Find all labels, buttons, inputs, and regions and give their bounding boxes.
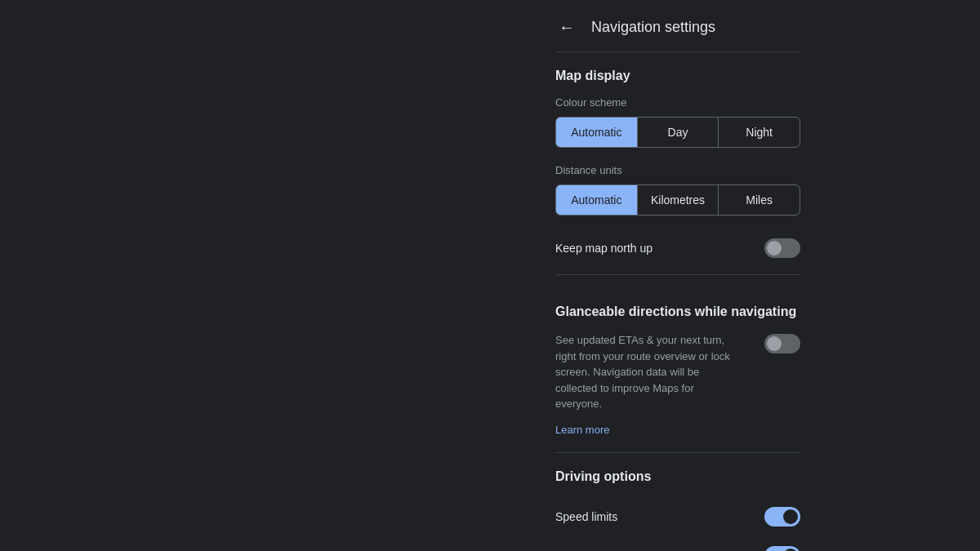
speedometer-toggle[interactable] — [764, 546, 800, 552]
back-button[interactable]: ← — [555, 15, 578, 40]
glanceable-toggle[interactable] — [764, 334, 800, 353]
keep-north-thumb — [767, 241, 782, 256]
keep-north-label: Keep map north up — [555, 242, 653, 255]
glanceable-title: Glanceable directions while navigating — [555, 304, 800, 319]
colour-scheme-night[interactable]: Night — [719, 118, 800, 147]
section-divider-1 — [555, 274, 800, 275]
colour-scheme-control: Automatic Day Night — [555, 117, 800, 148]
distance-miles[interactable]: Miles — [719, 185, 800, 215]
glanceable-row: See updated ETAs & your next turn, right… — [555, 332, 800, 412]
colour-scheme-label: Colour scheme — [555, 96, 800, 109]
map-display-title: Map display — [555, 69, 800, 83]
driving-options-title: Driving options — [555, 469, 800, 484]
distance-units-label: Distance units — [555, 164, 800, 176]
distance-kilometres[interactable]: Kilometres — [638, 185, 719, 215]
colour-scheme-automatic[interactable]: Automatic — [556, 118, 638, 147]
map-display-section: Map display Colour scheme Automatic Day … — [555, 52, 800, 271]
speed-limits-label: Speed limits — [555, 510, 617, 523]
section-divider-2 — [555, 452, 800, 453]
back-arrow-icon: ← — [559, 18, 575, 37]
page-title: Navigation settings — [591, 19, 715, 36]
glanceable-thumb — [767, 336, 782, 351]
glanceable-section: Glanceable directions while navigating S… — [555, 288, 800, 449]
speed-limits-thumb — [783, 509, 798, 524]
learn-more-link[interactable]: Learn more — [555, 424, 609, 436]
settings-header: ← Navigation settings — [555, 0, 800, 52]
colour-scheme-day[interactable]: Day — [638, 118, 719, 147]
speed-limits-toggle[interactable] — [764, 507, 800, 527]
keep-north-toggle[interactable] — [764, 238, 800, 258]
speed-limits-row: Speed limits — [555, 497, 800, 536]
settings-panel: ← Navigation settings Map display Colour… — [539, 0, 817, 551]
distance-units-control: Automatic Kilometres Miles — [555, 184, 800, 216]
glanceable-description: See updated ETAs & your next turn, right… — [555, 332, 735, 412]
speedometer-row: Speedometer — [555, 536, 800, 552]
keep-north-row: Keep map north up — [555, 232, 800, 271]
distance-automatic[interactable]: Automatic — [556, 185, 638, 215]
driving-options-section: Driving options Speed limits Speedometer — [555, 466, 800, 552]
